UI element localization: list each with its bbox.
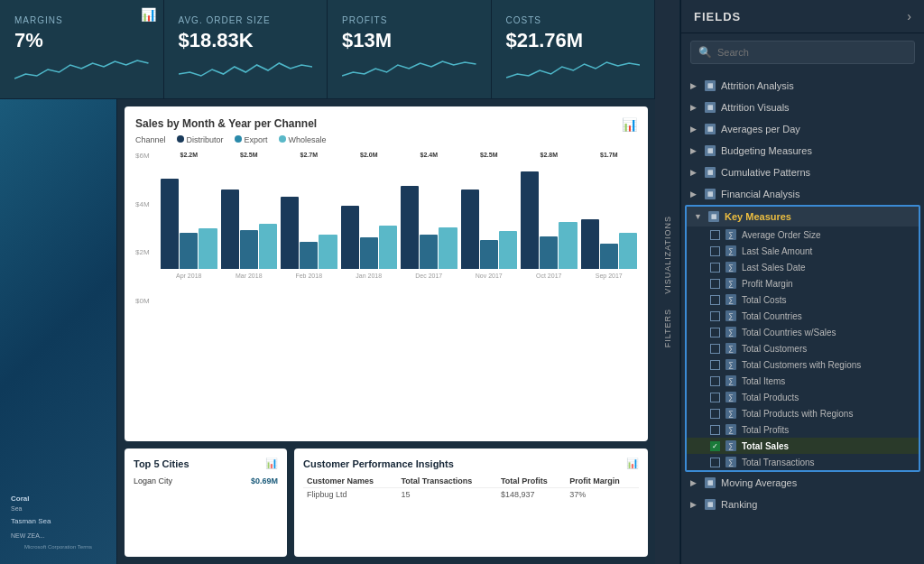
field-group-header-budgeting[interactable]: ▶ ▦ Budgeting Measures — [681, 142, 924, 160]
field-group-attrition-visuals: ▶ ▦ Attrition Visuals — [681, 97, 924, 118]
checkbox-total-countries[interactable] — [710, 311, 720, 321]
table-icon: ▦ — [705, 80, 716, 91]
main-content: Coral Sea Tasman Sea NEW ZEA... Microsof… — [0, 99, 655, 564]
field-group-header-cumulative[interactable]: ▶ ▦ Cumulative Patterns — [681, 163, 924, 181]
checkbox-total-profits[interactable] — [710, 425, 720, 435]
checkbox-last-sale-amount[interactable] — [710, 246, 720, 256]
sigma-icon: ∑ — [725, 262, 736, 273]
fields-list: ▶ ▦ Attrition Analysis ▶ ▦ Attrition Vis… — [681, 71, 924, 564]
table-icon: ▦ — [705, 102, 716, 113]
checkbox-profit-margin[interactable] — [710, 279, 720, 289]
field-item-total-customers[interactable]: ∑ Total Customers — [687, 340, 919, 356]
field-label-total-countries-w-sales: Total Countries w/Sales — [742, 328, 910, 337]
field-item-total-sales[interactable]: ✓ ∑ Total Sales — [687, 438, 919, 454]
checkbox-total-sales[interactable]: ✓ — [710, 441, 720, 451]
field-group-header-attrition-analysis[interactable]: ▶ ▦ Attrition Analysis — [681, 77, 924, 95]
field-group-header-averages[interactable]: ▶ ▦ Averages per Day — [681, 120, 924, 138]
table-icon: ▦ — [705, 189, 716, 199]
sparkline-costs — [506, 56, 641, 83]
group-label-averages: Averages per Day — [721, 124, 915, 134]
field-label-avg-order-size: Average Order Size — [742, 230, 910, 240]
field-item-last-sales-date[interactable]: ∑ Last Sales Date — [687, 259, 919, 275]
visualizations-tab[interactable]: VISUALIZATIONS — [663, 210, 672, 300]
bar-group-sep2017: $1.7M Sep 2017 — [581, 152, 638, 305]
field-label-last-sales-date: Last Sales Date — [742, 263, 910, 273]
checkbox-total-costs[interactable] — [710, 295, 720, 305]
bar-group-mar2018: $2.5M Mar 2018 — [221, 152, 278, 305]
sigma-icon: ∑ — [725, 327, 736, 337]
field-group-budgeting: ▶ ▦ Budgeting Measures — [681, 140, 924, 162]
metric-profits-value: $13M — [342, 29, 476, 52]
field-item-total-countries[interactable]: ∑ Total Countries — [687, 308, 919, 324]
y-axis: $6M $4M $2M $0M — [135, 152, 150, 305]
checkbox-total-customers-with-regions[interactable] — [710, 360, 720, 370]
sigma-icon: ∑ — [725, 440, 736, 451]
field-item-last-sale-amount[interactable]: ∑ Last Sale Amount — [687, 243, 919, 259]
sigma-icon: ∑ — [725, 375, 736, 386]
field-item-total-profits[interactable]: ∑ Total Profits — [687, 421, 919, 438]
map-panel: Coral Sea Tasman Sea NEW ZEA... Microsof… — [0, 99, 117, 564]
field-label-total-customers: Total Customers — [742, 344, 910, 354]
bar-group-oct2017: $2.8M Oct 2017 — [521, 152, 578, 305]
field-label-total-customers-with-regions: Total Customers with Regions — [742, 360, 910, 370]
field-label-total-items: Total Items — [742, 376, 910, 386]
checkbox-total-items[interactable] — [710, 376, 720, 386]
field-item-total-countries-w-sales[interactable]: ∑ Total Countries w/Sales — [687, 324, 919, 340]
chart-icon: 📊 — [141, 7, 156, 22]
field-item-total-items[interactable]: ∑ Total Items — [687, 373, 919, 389]
table-row: Flipbug Ltd 15 $148,937 37% — [303, 488, 639, 502]
checkbox-total-products-with-regions[interactable] — [710, 409, 720, 419]
checkbox-avg-order-size[interactable] — [710, 230, 720, 240]
center-panel: 📊 Sales by Month & Year per Channel Chan… — [117, 99, 655, 564]
chevron-right-icon: ▶ — [690, 146, 699, 155]
field-item-total-costs[interactable]: ∑ Total Costs — [687, 291, 919, 308]
sigma-icon: ∑ — [725, 392, 736, 402]
chevron-right-icon: ▶ — [690, 478, 699, 487]
search-input[interactable] — [717, 47, 907, 58]
top-cities-title: Top 5 Cities 📊 — [134, 458, 278, 469]
legend-wholesale: Wholesale — [279, 135, 327, 144]
sigma-icon: ∑ — [725, 294, 736, 305]
sales-chart: 📊 Sales by Month & Year per Channel Chan… — [125, 106, 648, 441]
fields-panel: FIELDS › 🔍 ▶ ▦ Attrition Analysis ▶ ▦ At… — [680, 0, 924, 564]
search-bar[interactable]: 🔍 — [690, 41, 915, 64]
chevron-right-icon: ▶ — [690, 500, 699, 509]
field-label-total-products-with-regions: Total Products with Regions — [742, 409, 910, 419]
field-group-header-attrition-visuals[interactable]: ▶ ▦ Attrition Visuals — [681, 98, 924, 116]
sparkline-margins — [14, 56, 149, 83]
field-group-header-financial[interactable]: ▶ ▦ Financial Analysis — [681, 185, 924, 203]
checkbox-total-products[interactable] — [710, 393, 720, 402]
field-item-total-customers-with-regions[interactable]: ∑ Total Customers with Regions — [687, 356, 919, 373]
field-group-ranking: ▶ ▦ Ranking — [681, 494, 924, 515]
metric-costs: COSTS $21.76M — [492, 0, 656, 98]
chevron-right-icon: ▶ — [690, 125, 699, 134]
key-measures-header[interactable]: ▼ ▦ Key Measures — [687, 207, 919, 227]
field-item-total-products-with-regions[interactable]: ∑ Total Products with Regions — [687, 405, 919, 421]
field-group-header-moving-averages[interactable]: ▶ ▦ Moving Averages — [681, 474, 924, 492]
field-item-total-transactions[interactable]: ∑ Total Transactions — [687, 454, 919, 470]
field-item-profit-margin[interactable]: ∑ Profit Margin — [687, 275, 919, 291]
table-icon: ▦ — [705, 499, 716, 510]
filters-tab[interactable]: FILTERS — [663, 303, 672, 353]
field-group-cumulative: ▶ ▦ Cumulative Patterns — [681, 162, 924, 183]
bar-group-jan2018: $2.0M Jan 2018 — [341, 152, 398, 305]
field-label-last-sale-amount: Last Sale Amount — [742, 246, 910, 256]
checkbox-last-sales-date[interactable] — [710, 263, 720, 273]
checkbox-total-transactions[interactable] — [710, 458, 720, 467]
sigma-icon: ∑ — [725, 359, 736, 370]
checkbox-total-customers[interactable] — [710, 344, 720, 354]
map-background: Coral Sea Tasman Sea NEW ZEA... Microsof… — [0, 99, 116, 564]
viz-sidebar[interactable]: VISUALIZATIONS FILTERS — [655, 0, 680, 564]
fields-close-button[interactable]: › — [907, 9, 911, 23]
field-item-total-products[interactable]: ∑ Total Products — [687, 389, 919, 405]
field-group-header-ranking[interactable]: ▶ ▦ Ranking — [681, 495, 924, 513]
sigma-icon: ∑ — [725, 310, 736, 321]
field-label-total-profits: Total Profits — [742, 425, 910, 435]
legend-channel-label: Channel — [135, 135, 166, 144]
checkbox-total-countries-w-sales[interactable] — [710, 328, 720, 337]
key-measures-group: ▼ ▦ Key Measures ∑ Average Order Size ∑ … — [685, 205, 920, 472]
top-cities-chart-icon: 📊 — [265, 458, 278, 469]
field-label-profit-margin: Profit Margin — [742, 279, 910, 289]
sparkline-avg-order — [179, 56, 313, 83]
field-item-avg-order-size[interactable]: ∑ Average Order Size — [687, 227, 919, 243]
